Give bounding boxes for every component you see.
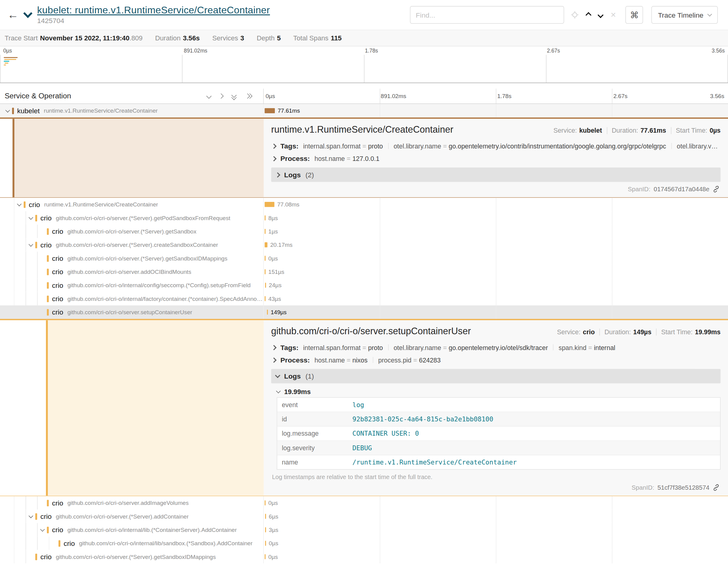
span-timeline-cell[interactable]: 149µs [264, 305, 728, 319]
span-row-selected[interactable]: crio github.com/cri-o/cri-o/server.setup… [0, 305, 728, 319]
span-timeline-cell[interactable]: 43µs [264, 292, 728, 305]
span-name-cell[interactable]: crio github.com/cri-o/cri-o/internal/fac… [0, 292, 264, 305]
span-bar[interactable] [265, 202, 274, 207]
span-bar[interactable] [267, 310, 268, 315]
span-row[interactable]: crio runtime.v1.RuntimeService/CreateCon… [0, 198, 728, 211]
chevron-down-icon [707, 12, 712, 16]
span-row[interactable]: crio github.com/cri-o/cri-o/server.addIm… [0, 496, 728, 509]
span-name-cell[interactable]: kubelet runtime.v1.RuntimeService/Create… [0, 104, 264, 117]
span-bar[interactable] [265, 108, 275, 113]
span-row[interactable]: crio github.com/cri-o/cri-o/server.(*Ser… [0, 211, 728, 225]
logs-accordion[interactable]: Logs (1) [271, 369, 721, 383]
span-bar[interactable] [265, 229, 265, 234]
span-row-kubelet-createcontainer[interactable]: kubelet runtime.v1.RuntimeService/Create… [0, 104, 728, 117]
keyboard-shortcuts-button[interactable]: ⌘ [625, 6, 643, 24]
span-row[interactable]: crio github.com/cri-o/cri-o/server.(*Ser… [0, 238, 728, 251]
log-entry-toggle[interactable]: 19.99ms [277, 388, 720, 395]
span-timeline-cell[interactable]: 6µs [264, 510, 728, 523]
tags-accordion[interactable]: Tags: internal.span.format=proto otel.li… [271, 140, 721, 152]
span-row[interactable]: crio github.com/cri-o/cri-o/server.(*Ser… [0, 510, 728, 523]
span-bar[interactable] [265, 554, 265, 559]
process-accordion[interactable]: Process: host.name=nixos process.pid=624… [271, 354, 721, 366]
span-timeline-cell[interactable]: 8µs [264, 211, 728, 225]
span-timeline-cell[interactable]: 3µs [264, 523, 728, 536]
chevron-down-icon[interactable] [3, 110, 12, 112]
span-name-cell[interactable]: crio github.com/cri-o/cri-o/server.(*Ser… [0, 550, 264, 563]
span-name-cell[interactable]: crio github.com/cri-o/cri-o/internal/con… [0, 278, 264, 292]
span-bar[interactable] [265, 541, 266, 546]
span-name-cell[interactable]: crio github.com/cri-o/cri-o/server.(*Ser… [0, 225, 264, 238]
span-row[interactable]: crio github.com/cri-o/cri-o/server.addOC… [0, 265, 728, 278]
span-row[interactable]: crio github.com/cri-o/cri-o/internal/con… [0, 278, 728, 292]
span-name-cell[interactable]: crio github.com/cri-o/cri-o/server.(*Ser… [0, 252, 264, 265]
trace-title-block: kubelet: runtime.v1.RuntimeService/Creat… [37, 5, 270, 25]
span-row[interactable]: crio github.com/cri-o/cri-o/internal/lib… [0, 536, 728, 550]
collapse-header-button[interactable] [20, 5, 35, 24]
span-timeline-cell[interactable]: 24µs [264, 278, 728, 292]
span-name-cell[interactable]: crio github.com/cri-o/cri-o/server.(*Ser… [0, 238, 264, 251]
span-name-cell[interactable]: crio runtime.v1.RuntimeService/CreateCon… [0, 198, 264, 211]
span-name-cell[interactable]: crio github.com/cri-o/cri-o/server.(*Ser… [0, 510, 264, 523]
span-name-cell[interactable]: crio github.com/cri-o/cri-o/internal/lib… [0, 536, 264, 550]
span-name-cell[interactable]: crio github.com/cri-o/cri-o/server.(*Ser… [0, 211, 264, 225]
span-timeline-cell[interactable]: 77.08ms [264, 198, 728, 211]
span-bar[interactable] [265, 500, 265, 505]
find-prev-button[interactable] [586, 13, 590, 17]
span-row[interactable]: crio github.com/cri-o/cri-o/server.(*Ser… [0, 225, 728, 238]
tags-accordion[interactable]: Tags: internal.span.format=proto otel.li… [271, 341, 721, 354]
service-name: crio [52, 308, 63, 316]
span-timeline-cell[interactable]: 77.61ms [264, 104, 728, 117]
span-timeline-cell[interactable]: 0µs [264, 252, 728, 265]
span-duration-label: 24µs [269, 282, 282, 289]
trace-title-link[interactable]: kubelet: runtime.v1.RuntimeService/Creat… [37, 5, 270, 15]
span-name-cell[interactable]: crio github.com/cri-o/cri-o/server.setup… [0, 305, 264, 319]
span-bar[interactable] [265, 283, 266, 288]
span-bar[interactable] [265, 527, 266, 533]
expand-one-button[interactable] [219, 94, 223, 98]
service-color-mark [12, 107, 14, 114]
span-row[interactable]: crio github.com/cri-o/cri-o/internal/fac… [0, 292, 728, 305]
trace-timeline-dropdown[interactable]: Trace Timeline [652, 6, 718, 24]
span-name-cell[interactable]: crio github.com/cri-o/cri-o/internal/lib… [0, 523, 264, 536]
back-button[interactable]: ← [5, 5, 20, 24]
deep-link-button[interactable] [713, 185, 720, 193]
span-row[interactable]: crio github.com/cri-o/cri-o/server.(*Ser… [0, 550, 728, 563]
span-timeline-cell[interactable]: 0µs [264, 496, 728, 509]
span-bar[interactable] [265, 256, 265, 261]
chevron-down-icon[interactable] [26, 244, 36, 246]
find-next-button[interactable] [598, 13, 602, 17]
span-timeline-cell[interactable]: 20.17ms [264, 238, 728, 251]
chevron-right-icon [219, 94, 224, 99]
find-input[interactable] [410, 6, 564, 24]
deep-link-button[interactable] [713, 484, 720, 491]
clear-find-button[interactable]: ✕ [610, 11, 616, 19]
span-bar[interactable] [265, 514, 266, 519]
collapse-one-button[interactable] [207, 94, 211, 98]
span-timeline-cell[interactable]: 0µs [264, 550, 728, 563]
focus-spans-button[interactable] [571, 11, 578, 19]
span-timeline-cell[interactable]: 0µs [264, 536, 728, 550]
logs-accordion[interactable]: Logs (2) [271, 168, 721, 182]
expand-all-button[interactable] [245, 93, 252, 99]
span-name-cell[interactable]: crio github.com/cri-o/cri-o/server.addIm… [0, 496, 264, 509]
chevron-down-icon[interactable] [38, 529, 47, 531]
link-icon [713, 484, 720, 491]
collapse-all-button[interactable] [231, 93, 237, 100]
minimap-canvas[interactable] [0, 55, 728, 83]
process-label: Process: [280, 356, 310, 364]
span-timeline-cell[interactable]: 1µs [264, 225, 728, 238]
span-row[interactable]: crio github.com/cri-o/cri-o/internal/lib… [0, 523, 728, 536]
span-bar[interactable] [265, 215, 265, 221]
span-color-line [46, 320, 48, 496]
chevron-down-icon[interactable] [14, 203, 24, 205]
chevron-down-icon[interactable] [26, 515, 36, 517]
span-bar[interactable] [265, 242, 267, 247]
chevron-down-icon [206, 94, 211, 99]
span-row[interactable]: crio github.com/cri-o/cri-o/server.(*Ser… [0, 252, 728, 265]
span-bar[interactable] [265, 269, 265, 274]
span-timeline-cell[interactable]: 151µs [264, 265, 728, 278]
span-name-cell[interactable]: crio github.com/cri-o/cri-o/server.addOC… [0, 265, 264, 278]
process-accordion[interactable]: Process: host.name=127.0.0.1 [271, 152, 721, 165]
chevron-down-icon[interactable] [26, 217, 36, 219]
span-bar[interactable] [265, 296, 265, 301]
